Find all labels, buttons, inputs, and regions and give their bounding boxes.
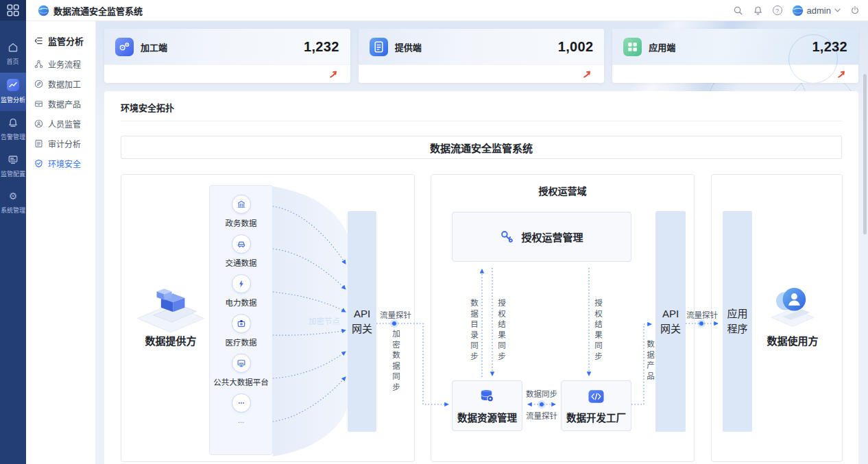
provider-icon [370, 38, 388, 56]
person-circle-icon [34, 119, 43, 128]
gear-icon: ⚙ [9, 191, 18, 202]
application-bar: 应用程序 [723, 211, 752, 432]
data-source-list: 政务数据 交通数据 电力数据 医疗数据 [209, 185, 273, 455]
main-content: 加工端 1,232 提供端 1,002 [96, 21, 868, 464]
auth-result-sync-label-1: 授权结果同步 [496, 299, 505, 363]
medical-data-icon [232, 314, 251, 333]
collapse-menu-icon [34, 36, 43, 45]
power-data-icon [232, 274, 251, 293]
stat-value: 1,232 [812, 39, 847, 55]
trend-up-red-icon [837, 70, 846, 79]
primary-sidebar: 首页 监管分析 告警管理 监管配置 ⚙ 系统管理 [0, 0, 26, 464]
stat-card-provider: 提供端 1,002 [359, 29, 605, 83]
trend-up-red-icon [329, 70, 338, 79]
source-medical: 医疗数据 [226, 314, 257, 347]
processing-icon [115, 38, 134, 56]
encrypted-sync-label: 加密数据同步 [391, 330, 400, 393]
data-resource-mgmt-node[interactable]: 数据资源管理 [452, 380, 522, 431]
home-icon [8, 42, 19, 53]
nav-item-system[interactable]: ⚙ 系统管理 [0, 185, 26, 221]
flow-icon [34, 60, 43, 69]
consumer-illustration [760, 278, 825, 334]
shield-check-icon [34, 159, 43, 168]
stat-card-application: 应用端 1,232 [612, 29, 858, 83]
secondary-sidebar: 监管分析 业务流程 数据加工 数据产品 人员监管 审计分析 环境安全 [26, 21, 96, 464]
power-icon[interactable] [850, 5, 860, 15]
app-title: 数据流通安全监管系统 [53, 4, 143, 17]
system-title-box: 数据流通安全监管系统 [121, 136, 842, 159]
probe-label-left: 流量探针 [377, 309, 414, 320]
trend-chart-icon [7, 79, 19, 91]
nav-item-config[interactable]: 监管配置 [0, 148, 26, 185]
consumer-zone-label: 数据使用方 [724, 333, 861, 347]
database-icon [479, 388, 496, 405]
app-logo [38, 5, 49, 16]
provider-illustration [133, 277, 208, 337]
data-sync-label: 数据同步 [522, 388, 561, 399]
avatar [792, 5, 804, 16]
catalog-sync-label: 数据目录同步 [469, 299, 478, 363]
source-more: ... [232, 393, 251, 424]
secondary-nav-header[interactable]: 监管分析 [26, 30, 95, 54]
alarm-icon [8, 117, 19, 128]
vertical-scrollbar[interactable] [863, 74, 867, 234]
help-icon[interactable] [773, 5, 782, 15]
stat-label: 提供端 [395, 40, 422, 53]
sidebar-item-business-flow[interactable]: 业务流程 [26, 54, 95, 74]
user-menu[interactable]: admin [792, 5, 841, 16]
probe-label-mid: 流量探针 [522, 410, 561, 421]
header-actions: admin [733, 5, 868, 16]
stat-value: 1,232 [304, 39, 339, 55]
sidebar-item-env-security[interactable]: 环境安全 [26, 154, 95, 173]
nav-item-analysis[interactable]: 监管分析 [0, 73, 26, 111]
stat-label: 应用端 [649, 40, 675, 53]
provider-zone-label: 数据提供方 [121, 333, 221, 347]
stat-value: 1,002 [558, 39, 594, 55]
source-power: 电力数据 [226, 274, 257, 308]
search-icon[interactable] [733, 5, 743, 16]
platform-data-icon [232, 354, 251, 373]
topology-panel: 环境安全拓扑 数据流通安全监管系统 授权运营域 数据提供方 [104, 91, 858, 464]
sidebar-item-audit[interactable]: 审计分析 [26, 134, 95, 154]
encrypt-node-label: 加密节点 [300, 315, 348, 326]
probe-label-right: 流量探针 [683, 309, 721, 320]
trend-up-red-icon [583, 70, 592, 79]
auth-operation-mgmt-node[interactable]: 授权运营管理 [452, 212, 631, 262]
primary-nav: 首页 监管分析 告警管理 监管配置 ⚙ 系统管理 [0, 21, 26, 221]
audit-doc-icon [34, 139, 43, 148]
traffic-data-icon [232, 234, 251, 254]
api-gateway-bar-right: API 网关 [655, 211, 686, 432]
application-icon [623, 38, 642, 56]
code-icon [588, 388, 605, 405]
app-grid-icon[interactable] [0, 0, 26, 21]
key-gear-icon [500, 230, 514, 244]
auth-result-sync-label-2: 授权结果同步 [593, 299, 602, 363]
ellipsis-icon [232, 393, 251, 413]
operation-domain-title: 授权运营域 [431, 184, 695, 197]
username: admin [807, 5, 831, 16]
source-gov: 政务数据 [226, 195, 257, 228]
sidebar-item-data-processing[interactable]: 数据加工 [26, 74, 95, 94]
notification-bell-icon[interactable] [753, 5, 763, 16]
server-icon [8, 154, 19, 165]
data-dev-factory-node[interactable]: 数据开发工厂 [561, 380, 631, 431]
edit-circle-icon [34, 80, 43, 88]
nav-item-home[interactable]: 首页 [0, 36, 26, 73]
api-gateway-bar-left: API 网关 [348, 211, 376, 432]
chevron-down-icon [834, 8, 841, 12]
stat-label: 加工端 [141, 40, 167, 53]
stat-card-processing: 加工端 1,232 [104, 29, 350, 83]
top-header: 数据流通安全监管系统 admin [26, 0, 868, 21]
box-icon [34, 99, 43, 108]
government-data-icon [232, 195, 251, 214]
data-product-label: 数据产品 [645, 340, 654, 382]
sidebar-item-data-products[interactable]: 数据产品 [26, 94, 95, 114]
app-title-block: 数据流通安全监管系统 [38, 4, 143, 17]
source-traffic: 交通数据 [226, 234, 257, 268]
source-bigdata: 公共大数据平台 [213, 354, 269, 387]
stat-card-row: 加工端 1,232 提供端 1,002 [104, 29, 858, 83]
nav-item-alerts[interactable]: 告警管理 [0, 111, 26, 148]
topology-diagram: 授权运营域 数据提供方 政务数据 [121, 174, 843, 462]
sidebar-item-personnel[interactable]: 人员监管 [26, 114, 95, 134]
panel-title: 环境安全拓扑 [121, 98, 842, 121]
